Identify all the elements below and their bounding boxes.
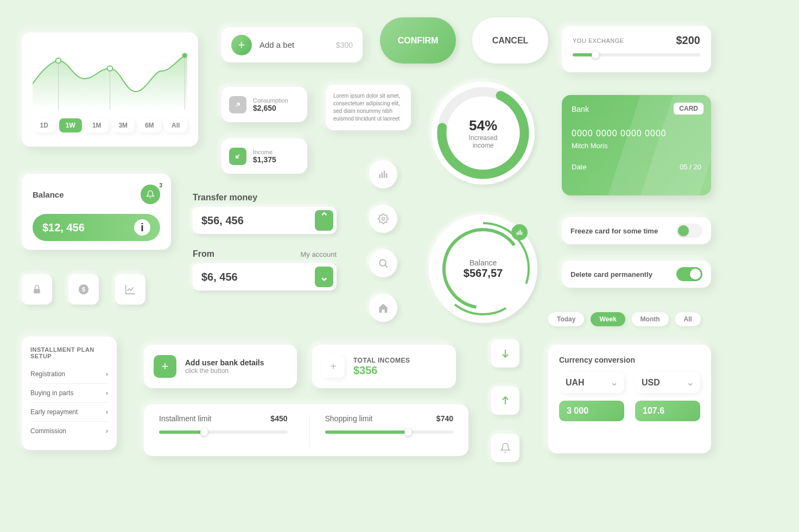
home-icon[interactable] <box>369 294 397 322</box>
add-user-sub: click the button <box>185 367 264 375</box>
pill-week[interactable]: Week <box>591 312 625 326</box>
transfer-stepper[interactable]: ⌃ ⌃ <box>315 210 333 231</box>
info-icon[interactable]: i <box>134 219 150 236</box>
balance-value: $12, 456 <box>42 221 85 234</box>
add-bet-card[interactable]: + Add a bet $300 <box>221 27 363 62</box>
plus-outline-icon[interactable]: + <box>322 355 345 378</box>
svg-rect-10 <box>384 170 385 178</box>
donut-label1: Increased <box>469 134 498 142</box>
from-amount-input[interactable]: $6, 456 ⌄ <box>193 263 337 290</box>
consumption-value: $2,650 <box>253 104 288 112</box>
chart-area <box>33 43 187 114</box>
time-range-pills: Today Week Month All <box>548 312 701 326</box>
exchange-card: YOU EXCHANGE $200 <box>562 26 711 72</box>
install-item-registration[interactable]: Registration› <box>30 365 108 384</box>
shopping-limit-label: Shopping limit <box>325 414 373 423</box>
balance-title: Balance <box>33 190 64 199</box>
notification-bell-icon[interactable]: 3 <box>141 185 160 204</box>
svg-text:$: $ <box>82 286 85 293</box>
bell-icon[interactable] <box>491 434 519 462</box>
chart-range-tabs: 1D 1W 1M 3M 6M All <box>33 118 187 132</box>
range-tab-1m[interactable]: 1M <box>85 118 109 132</box>
currency-to-value: 107.6 <box>635 401 700 421</box>
pill-all[interactable]: All <box>675 312 701 326</box>
currency-title: Currency conversion <box>559 356 700 364</box>
range-tab-1w[interactable]: 1W <box>59 118 83 132</box>
card-brand: Bank <box>572 105 701 113</box>
consumption-label: Consumption <box>253 97 288 104</box>
install-item-buying[interactable]: Buying in parts› <box>30 384 108 403</box>
svg-rect-11 <box>386 173 388 178</box>
stats-icon[interactable] <box>369 160 397 188</box>
installment-limit-slider[interactable] <box>159 430 288 434</box>
shopping-limit-value: $740 <box>436 414 453 423</box>
lock-icon[interactable] <box>22 274 52 305</box>
freeze-card-row: Freeze card for some time <box>562 217 711 244</box>
arrow-up-right-icon <box>229 96 246 113</box>
range-tab-all[interactable]: All <box>164 118 188 132</box>
total-incomes-card[interactable]: + TOTAL INCOMES $356 <box>312 345 456 388</box>
exchange-value: $200 <box>676 34 701 47</box>
currency-from-select[interactable]: UAH⌄ <box>559 372 624 393</box>
notification-count: 3 <box>159 182 162 188</box>
installment-title: INSTALLMENT PLAN SETUP <box>30 346 108 359</box>
installment-plan-card: INSTALLMENT PLAN SETUP Registration› Buy… <box>22 337 117 450</box>
chart-line-icon[interactable] <box>115 274 145 305</box>
chevron-right-icon: › <box>106 408 108 416</box>
chevron-down-icon: ⌄ <box>611 377 618 388</box>
delete-card-toggle[interactable] <box>676 267 702 281</box>
exchange-slider[interactable] <box>573 53 700 56</box>
stepper-down-icon[interactable]: ⌃ <box>315 223 333 236</box>
settings-icon[interactable] <box>369 205 397 233</box>
svg-rect-19 <box>520 230 521 235</box>
currency-to-select[interactable]: USD⌄ <box>635 372 700 393</box>
info-text-card: Lorem ipsum dolor sit amet, consectetuer… <box>326 85 411 130</box>
balance-donut: Balance $567,57 <box>429 214 537 323</box>
add-user-card[interactable]: + Add user bank details click the button <box>144 345 297 388</box>
transfer-amount-value: $56, 456 <box>201 214 244 227</box>
exchange-title: YOU EXCHANGE <box>573 37 624 44</box>
card-date-label: Date <box>572 163 586 171</box>
dropdown-icon[interactable]: ⌄ <box>315 267 333 287</box>
installment-limit-label: Installment limit <box>159 414 211 423</box>
shopping-limit-slider[interactable] <box>325 430 454 434</box>
pill-month[interactable]: Month <box>632 312 669 326</box>
consumption-card: Consumption $2,650 <box>221 87 307 122</box>
plus-square-icon[interactable]: + <box>154 355 176 378</box>
income-value: $1,375 <box>253 155 276 164</box>
install-item-early[interactable]: Early repayment› <box>30 403 108 422</box>
income-card: Income $1,375 <box>221 138 307 174</box>
dollar-icon[interactable]: $ <box>68 274 99 305</box>
arrow-down-icon[interactable] <box>491 339 519 368</box>
installment-limit-value: $450 <box>270 414 287 423</box>
add-user-title: Add user bank details <box>185 358 264 367</box>
transfer-amount-input[interactable]: $56, 456 ⌃ ⌃ <box>193 207 337 234</box>
range-tab-6m[interactable]: 6M <box>138 118 161 132</box>
arrow-down-left-icon <box>229 148 246 165</box>
range-tab-3m[interactable]: 3M <box>112 118 135 132</box>
confirm-button[interactable]: CONFIRM <box>380 17 456 64</box>
stepper-up-icon[interactable]: ⌃ <box>315 210 333 223</box>
cancel-button[interactable]: CANCEL <box>472 17 548 64</box>
nav-icon-column <box>369 160 397 322</box>
install-item-commission[interactable]: Commission› <box>30 422 108 440</box>
arrow-up-icon[interactable] <box>491 387 519 415</box>
stats-mini-icon[interactable] <box>511 224 528 240</box>
svg-point-3 <box>56 58 61 64</box>
balance-donut-value: $567,57 <box>464 267 503 280</box>
svg-rect-9 <box>382 173 383 178</box>
pill-today[interactable]: Today <box>548 312 584 326</box>
donut-label2: income <box>469 142 498 149</box>
search-icon[interactable] <box>369 249 397 277</box>
svg-rect-20 <box>522 232 523 235</box>
range-tab-1d[interactable]: 1D <box>33 118 56 132</box>
add-bet-label: Add a bet <box>259 40 294 49</box>
freeze-card-toggle[interactable] <box>676 224 702 238</box>
plus-icon[interactable]: + <box>231 35 252 55</box>
from-sub: My account <box>301 250 337 258</box>
credit-card[interactable]: Bank CARD 0000 0000 0000 0000 Mitch Mori… <box>562 95 711 195</box>
chevron-right-icon: › <box>106 427 108 435</box>
currency-conversion-card: Currency conversion UAH⌄ USD⌄ 3 000 107.… <box>548 345 711 453</box>
currency-from-value[interactable]: 3 000 <box>559 401 624 421</box>
total-incomes-value: $356 <box>353 364 410 377</box>
